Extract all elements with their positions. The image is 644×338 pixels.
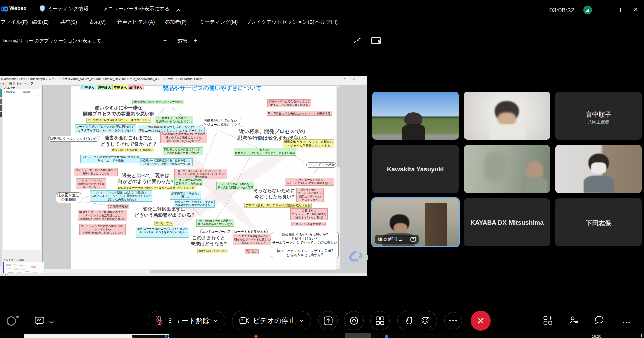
- participant-video-tile[interactable]: [464, 92, 550, 140]
- diagram-title: 製品やサービスの使いやすさについて: [163, 84, 261, 92]
- chat-button[interactable]: [595, 316, 604, 326]
- dbm-property-panel: プロパティ Property Value ^ アウトライン表示: [0, 85, 43, 276]
- os-taskbar: 16:20: [0, 333, 644, 338]
- menu-item-7[interactable]: ブレイクアウトセッション(B): [246, 19, 314, 25]
- apps-button[interactable]: [543, 316, 553, 326]
- panel-tab-icon[interactable]: [0, 105, 2, 111]
- share-title: kineri@リコー のアプリケーションを表示して...: [3, 38, 105, 44]
- participant-name-tile[interactable]: 畠中順子共同主催者: [555, 92, 642, 140]
- dbm-menu-items[interactable]: ファイル 編集 表示 ヘルプ: [0, 81, 34, 85]
- menu-item-6[interactable]: ミーティング(M): [200, 19, 238, 25]
- menu-item-0[interactable]: ファイル(F): [1, 19, 28, 25]
- diagram-note: 組織全体がウォータフォール型から アジャイル型開発にシフトする: [283, 139, 334, 148]
- diagram-note: 顧客要求の「高度化」 新しさ: [170, 191, 201, 200]
- participant-video-tile[interactable]: kineri@リコー: [371, 197, 460, 247]
- webex-watermark-icon: [347, 247, 370, 266]
- window-minimize-button[interactable]: −: [600, 5, 604, 13]
- dbm-col-value: Value: [22, 90, 30, 93]
- chevron-up-icon[interactable]: [176, 7, 181, 13]
- window-close-button[interactable]: ✕: [633, 6, 638, 13]
- zoom-level: 57%: [177, 38, 187, 44]
- window-maximize-button[interactable]: [620, 8, 625, 12]
- participant-name-tile[interactable]: KAYABA DX Mitsushima: [464, 198, 550, 246]
- participant-video-tile[interactable]: [372, 92, 459, 140]
- zoom-in-button[interactable]: +: [194, 37, 197, 44]
- diagram-heading: 過去と比べて、現在は 何がどのように変わった?: [118, 172, 174, 184]
- webex-window: Webex ミーティング情報 メニューバーを非表示にする 03:08:32 − …: [0, 0, 644, 338]
- menu-item-8[interactable]: ヘルプ(H): [315, 19, 338, 25]
- meeting-clock: 03:08:32: [549, 7, 574, 14]
- diagram-note: 形式知化するやり方は無いか? を掘り下げないと チームワークとしてやっていくのは…: [271, 232, 339, 258]
- record-button[interactable]: [344, 311, 364, 330]
- webex-logo: [1, 6, 8, 14]
- share-content-button[interactable]: [318, 311, 338, 330]
- diagram-note: スケジュールを見直し ちょっとでもいいので市場調査を行う: [285, 178, 334, 186]
- diagram-heading: 過去を含むこれまでは どうしてそれで良かった?: [101, 135, 156, 147]
- diagram-note: 仕様を満たす性能が出ていれば良い: [111, 148, 154, 152]
- diagram-note: SNS等でユーザー間で情報をリアルタイム共有しやすくなった: [117, 186, 196, 190]
- reactions-pill: [397, 311, 437, 330]
- menu-item-5[interactable]: 参加者(P): [165, 19, 187, 25]
- menu-item-2[interactable]: 共有(S): [60, 19, 77, 25]
- diagram-author-tag: 金田さん: [128, 84, 144, 90]
- webex-ring-logo: [7, 316, 16, 326]
- more-panel-button[interactable]: [623, 319, 630, 325]
- brand-label: Webex: [9, 5, 26, 11]
- diagram-note: 消費者が見えていない スケジュール感覚がキツイ: [199, 118, 242, 127]
- panel-tab-icon[interactable]: [0, 89, 2, 97]
- diagram-note: 売れなくなる: [154, 221, 173, 226]
- dbm-maximize-button[interactable]: □: [353, 77, 355, 80]
- emoji-reactions-button[interactable]: [417, 316, 431, 326]
- panel-scroll-up[interactable]: ^: [39, 95, 40, 98]
- layout-apps-button[interactable]: [370, 311, 390, 330]
- panel-tab-icon[interactable]: [0, 112, 2, 117]
- diagram-heading: 使いやすさに今一歩な 開発プロセスでの雰囲気や悪い癖: [83, 105, 154, 117]
- captions-button[interactable]: CC: [35, 317, 45, 327]
- dbm-status-text: ： 47: [1, 273, 8, 276]
- unmute-button[interactable]: ミュート解除: [148, 311, 225, 330]
- meeting-info-button[interactable]: ミーティング情報: [48, 6, 89, 12]
- taskbar-window-preview[interactable]: [24, 334, 169, 338]
- diagram-note: コンシューマー向けの自社製品に 着手することになった: [74, 168, 118, 176]
- participant-video-tile[interactable]: [464, 145, 550, 193]
- diagram-note: 試作品を使い、 ターゲットにあたる 想定ユーザーへの テストを行う: [296, 188, 324, 202]
- diagram-note: 法改正が進む 労働時間: [56, 192, 81, 203]
- dbm-status-bar: ： 47: [0, 273, 367, 276]
- more-options-button[interactable]: [444, 312, 462, 329]
- connection-quality-icon[interactable]: [583, 6, 592, 14]
- annotate-icon[interactable]: [353, 37, 362, 46]
- menu-item-1[interactable]: 編集(E): [32, 19, 49, 25]
- diagram-note: サービス供給のプロセスの効率に囚われて カスタマイズにエネルギーをかけづらい: [75, 124, 136, 133]
- hide-menubar-button[interactable]: メニューバーを非表示にする: [103, 6, 170, 12]
- diagram-note: 開発スピードが向上し、従来型 の開発プロセスで対応できない: [174, 200, 215, 208]
- participant-name: Kawakita Yasuyuki: [372, 166, 459, 173]
- participants-button[interactable]: [569, 316, 579, 326]
- taskbar-icon-blue[interactable]: [385, 335, 388, 338]
- dbm-title-bar: c:¥users¥r00523695¥desktop¥デスクトップ整理¥dbm_…: [0, 76, 367, 81]
- participant-name-tile[interactable]: 下田志保: [555, 198, 642, 246]
- diagram-note: デザイン思考、MBDを 取り入れた開発プロセス改革: [216, 182, 254, 190]
- diagram-note: 事業が成り立たなくなる: [197, 249, 228, 253]
- diagram-note: アジャイルの感覚: [306, 162, 336, 168]
- menu-item-4[interactable]: 音声とビデオ(A): [117, 19, 155, 25]
- participant-name: 下田志保: [555, 219, 642, 228]
- participant-name-tile[interactable]: Kawakita Yasuyuki: [372, 145, 459, 193]
- diagram-note: 効率的にやらないといけないが: [48, 136, 99, 142]
- taskbar-icon-red[interactable]: [254, 335, 258, 338]
- participant-video-tile[interactable]: [555, 145, 642, 193]
- captions-chevron-icon[interactable]: [49, 319, 54, 325]
- stop-video-button[interactable]: ビデオの停止: [232, 311, 311, 330]
- menu-item-3[interactable]: 表示(V): [89, 19, 106, 25]
- dbm-minimize-button[interactable]: −: [344, 77, 346, 80]
- zoom-out-button[interactable]: −: [163, 37, 167, 44]
- taskbar-active-button[interactable]: [345, 333, 371, 338]
- shield-icon: [40, 5, 45, 13]
- diagram-note: コンシューマーは 技術の高度さだけでは 食いつかない: [76, 178, 106, 189]
- leave-meeting-button[interactable]: [471, 311, 491, 331]
- diagram-note: BtoBの製品なので技術先行で進めて 使いやすさが犠牲になっても 特に問題にはな…: [160, 132, 207, 143]
- raise-hand-button[interactable]: [404, 316, 417, 326]
- panel-tab-icon[interactable]: [0, 99, 2, 104]
- dbm-close-button[interactable]: ✕: [363, 77, 365, 80]
- speaker-name-label: kineri@リコー: [378, 236, 408, 242]
- share-screen-icon[interactable]: [371, 37, 382, 46]
